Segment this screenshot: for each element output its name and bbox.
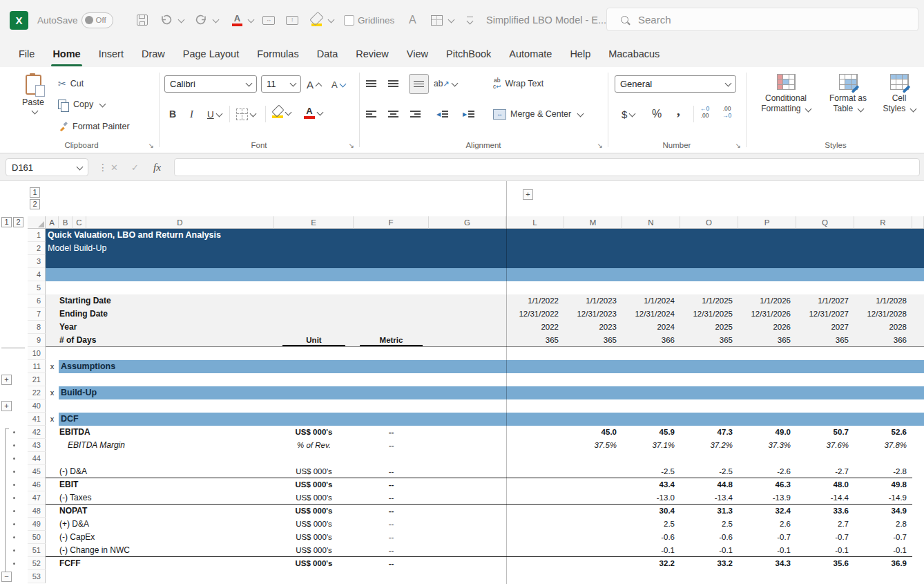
row-header-21[interactable]: 21: [28, 373, 46, 386]
cell-o45[interactable]: -2.5: [680, 465, 733, 478]
search-box[interactable]: [606, 8, 918, 31]
row-header-10[interactable]: 10: [28, 347, 46, 360]
cell-r51[interactable]: -0.1: [854, 544, 907, 557]
cut-button[interactable]: ✂ Cut: [58, 75, 84, 92]
cell-b11[interactable]: Assumptions: [61, 360, 309, 373]
undo-button[interactable]: [160, 0, 184, 40]
cell-o52[interactable]: 33.2: [680, 557, 733, 570]
row-header-40[interactable]: 40: [28, 399, 46, 413]
cell-f50[interactable]: --: [354, 531, 429, 544]
row-header-4[interactable]: 4: [28, 268, 46, 281]
tab-automate[interactable]: Automate: [500, 40, 561, 67]
comma-style-button[interactable]: ,: [677, 103, 680, 120]
cell-n7[interactable]: 12/31/2024: [622, 308, 675, 321]
cell-f51[interactable]: --: [354, 544, 429, 557]
cell-q52[interactable]: 35.6: [796, 557, 849, 570]
outline-expand-button-row-21[interactable]: +: [1, 375, 12, 385]
increase-decimal-button[interactable]: ←0.00: [700, 104, 709, 121]
cell-p46[interactable]: 46.3: [738, 478, 791, 491]
quick-font-color-button[interactable]: A: [232, 0, 253, 40]
row-header-41[interactable]: 41: [28, 413, 46, 426]
cell-o50[interactable]: -0.6: [680, 531, 733, 544]
cell-n43[interactable]: 37.1%: [622, 439, 675, 452]
table-style-button[interactable]: [431, 0, 454, 40]
tab-macabacus[interactable]: Macabacus: [599, 40, 668, 67]
row-header-43[interactable]: 43: [28, 439, 46, 452]
row-height-button[interactable]: ↕: [286, 0, 298, 40]
decrease-indent-button[interactable]: ◀: [436, 106, 452, 122]
cell-o8[interactable]: 2025: [680, 321, 733, 334]
column-header-o[interactable]: O: [680, 216, 738, 229]
cell-b41[interactable]: DCF: [61, 413, 309, 426]
spreadsheet-grid[interactable]: 12+12ABCDEFGLMNOPQR1Quick Valuation, LBO…: [0, 181, 924, 584]
column-header-m[interactable]: M: [564, 216, 622, 229]
cell-r7[interactable]: 12/31/2028: [854, 308, 907, 321]
borders-button[interactable]: [236, 106, 256, 122]
column-header-a[interactable]: A: [46, 216, 59, 229]
cell-e51[interactable]: US$ 000's: [274, 544, 354, 557]
cell-p50[interactable]: -0.7: [738, 531, 791, 544]
search-input[interactable]: [637, 13, 847, 26]
number-dialog-launcher[interactable]: ↘: [735, 142, 741, 149]
row-header-46[interactable]: 46: [28, 478, 46, 491]
tab-data[interactable]: Data: [308, 40, 347, 67]
top-align-button[interactable]: [366, 75, 376, 92]
row-header-11[interactable]: 11: [28, 360, 46, 373]
cell-b46[interactable]: EBIT: [59, 478, 260, 491]
decrease-font-size-button[interactable]: A: [331, 76, 345, 93]
tab-pitchbook[interactable]: PitchBook: [437, 40, 500, 67]
cell-a22[interactable]: x: [46, 386, 59, 399]
cell-q47[interactable]: -14.4: [796, 491, 849, 505]
row-outline-level-2-button[interactable]: 2: [13, 217, 23, 227]
tab-help[interactable]: Help: [561, 40, 599, 67]
gridlines-checkbox[interactable]: Gridlines: [344, 0, 394, 40]
cell-n42[interactable]: 45.9: [622, 426, 675, 439]
cell-o47[interactable]: -13.4: [680, 491, 733, 505]
cell-o9[interactable]: 365: [680, 334, 733, 347]
cell-f47[interactable]: --: [354, 491, 429, 505]
font-color-button[interactable]: A: [304, 104, 323, 121]
cell-a11[interactable]: x: [46, 360, 59, 373]
cell-o51[interactable]: -0.1: [680, 544, 733, 557]
cell-m42[interactable]: 45.0: [564, 426, 617, 439]
cell-n6[interactable]: 1/1/2024: [622, 294, 675, 308]
row-header-7[interactable]: 7: [28, 308, 46, 321]
wrap-text-button[interactable]: abc↩ Wrap Text: [493, 75, 543, 92]
cell-n50[interactable]: -0.6: [622, 531, 675, 544]
accounting-format-button[interactable]: $: [622, 106, 635, 122]
cell-m9[interactable]: 365: [564, 334, 617, 347]
font-button[interactable]: A: [409, 0, 416, 40]
cell-p43[interactable]: 37.3%: [738, 439, 791, 452]
column-header-b[interactable]: B: [59, 216, 73, 229]
cell-m6[interactable]: 1/1/2023: [564, 294, 617, 308]
cell-p6[interactable]: 1/1/2026: [738, 294, 791, 308]
cell-l9[interactable]: 365: [506, 334, 559, 347]
cell-n45[interactable]: -2.5: [622, 465, 675, 478]
column-header-partial[interactable]: [912, 216, 924, 229]
percent-style-button[interactable]: %: [652, 106, 662, 122]
tab-draw[interactable]: Draw: [133, 40, 174, 67]
formula-input[interactable]: [174, 158, 920, 176]
column-header-d[interactable]: D: [86, 216, 274, 229]
cell-b8[interactable]: Year: [59, 321, 260, 334]
align-left-button[interactable]: [366, 106, 376, 122]
column-header-n[interactable]: N: [622, 216, 680, 229]
cell-f42[interactable]: --: [354, 426, 429, 439]
cell-p7[interactable]: 12/31/2026: [738, 308, 791, 321]
outline-collapse-button-row-53[interactable]: −: [1, 572, 12, 582]
bold-button[interactable]: B: [169, 106, 176, 122]
middle-align-button[interactable]: [388, 75, 398, 92]
row-header-44[interactable]: 44: [28, 452, 46, 465]
row-header-50[interactable]: 50: [28, 531, 46, 544]
cell-o42[interactable]: 47.3: [680, 426, 733, 439]
row-header-6[interactable]: 6: [28, 294, 46, 308]
decrease-decimal-button[interactable]: .00→0: [722, 104, 731, 121]
cell-n9[interactable]: 366: [622, 334, 675, 347]
row-header-48[interactable]: 48: [28, 505, 46, 518]
cell-b22[interactable]: Build-Up: [61, 386, 309, 399]
cell-q45[interactable]: -2.7: [796, 465, 849, 478]
row-header-52[interactable]: 52: [28, 557, 46, 570]
save-button[interactable]: [137, 0, 148, 40]
cell-b43[interactable]: EBITDA Margin: [68, 439, 268, 452]
cell-r46[interactable]: 49.8: [854, 478, 907, 491]
